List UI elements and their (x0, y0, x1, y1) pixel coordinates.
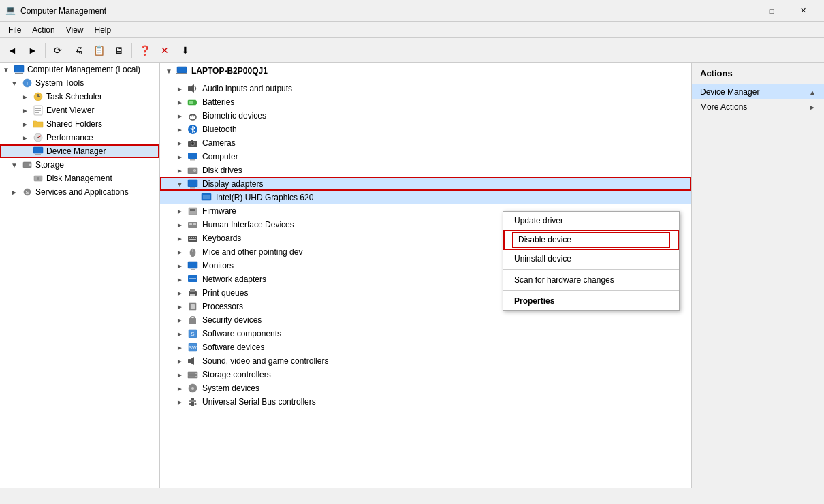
svg-point-78 (195, 376, 197, 377)
menu-bar: File Action View Help (0, 22, 824, 38)
toggle-performance: ► (22, 134, 33, 142)
tree-item-services[interactable]: ► S Services and Applications (0, 185, 159, 199)
ctx-properties[interactable]: Properties (503, 292, 679, 310)
menu-action[interactable]: Action (27, 24, 60, 36)
minimize-button[interactable]: — (725, 0, 756, 22)
toggle-biometric: ► (176, 112, 187, 120)
back-button[interactable]: ◄ (3, 41, 22, 60)
svg-rect-59 (191, 269, 195, 270)
svg-rect-82 (189, 400, 196, 402)
toggle-mice: ► (176, 249, 187, 256)
svg-rect-54 (195, 237, 196, 238)
device-audio[interactable]: ► Audio inputs and outputs (160, 82, 691, 95)
svg-rect-22 (177, 67, 187, 73)
tree-item-performance[interactable]: ► Performance (0, 131, 159, 144)
ctx-scan-changes[interactable]: Scan for hardware changes (503, 271, 679, 289)
device-display-adapters[interactable]: ▼ Display adapters (160, 177, 691, 191)
toggle-disk-drives: ► (176, 167, 187, 174)
device-biometric[interactable]: ► Biometric devices (160, 109, 691, 123)
tree-item-event-viewer[interactable]: ► Event Viewer (0, 104, 159, 117)
svg-text:T: T (26, 80, 29, 86)
svg-point-84 (195, 403, 197, 405)
icon-device-manager (33, 146, 44, 157)
icon-shared-folders (33, 119, 44, 129)
refresh-button[interactable]: ⟳ (48, 41, 67, 60)
device-software-devices[interactable]: ► SW Software devices (160, 341, 691, 354)
svg-rect-74 (188, 359, 191, 363)
right-panel: Actions Device Manager ▲ More Actions ► (691, 63, 824, 488)
properties-button[interactable]: 📋 (89, 41, 108, 60)
print-button[interactable]: 🖨 (69, 41, 88, 60)
device-security[interactable]: ► Security devices (160, 313, 691, 327)
device-system[interactable]: ► System devices (160, 381, 691, 395)
tree-item-device-manager[interactable]: Device Manager (0, 144, 159, 158)
device-storage-ctrl[interactable]: ► Storage controllers (160, 368, 691, 381)
download-button[interactable]: ⬇ (176, 41, 195, 60)
device-software-components[interactable]: ► S Software components (160, 327, 691, 341)
svg-rect-51 (189, 237, 190, 238)
tree-item-disk-management[interactable]: Disk Management (0, 172, 159, 185)
svg-rect-44 (190, 209, 195, 210)
status-bar (0, 488, 824, 504)
label-print: Print queues (202, 288, 248, 298)
device-computer[interactable]: ► Computer (160, 150, 691, 163)
device-bluetooth[interactable]: ► Bluetooth (160, 123, 691, 136)
icon-batteries (187, 97, 198, 108)
device-intel-uhd[interactable]: Intel(R) UHD Graphics 620 (160, 191, 691, 204)
svg-rect-55 (189, 239, 196, 240)
svg-rect-61 (189, 277, 196, 277)
menu-file[interactable]: File (3, 24, 27, 36)
ctx-disable-device[interactable]: Disable device (503, 230, 679, 250)
icon-performance (33, 132, 44, 143)
icon-sound (187, 356, 198, 366)
monitor-button[interactable]: 🖥 (110, 41, 129, 60)
label-software-components: Software components (202, 329, 281, 338)
action-device-manager-label: Device Manager (700, 87, 759, 97)
title-bar-controls: — □ ✕ (725, 0, 819, 22)
tree-item-task-scheduler[interactable]: ► Task Scheduler (0, 90, 159, 104)
tree-item-system-tools[interactable]: ▼ T System Tools (0, 76, 159, 90)
device-cameras[interactable]: ► Cameras (160, 136, 691, 150)
ctx-uninstall-device[interactable]: Uninstall device (503, 250, 679, 268)
label-monitors: Monitors (202, 261, 234, 270)
icon-processors (187, 301, 198, 312)
close-button[interactable]: ✕ (787, 0, 819, 22)
label-storage-ctrl: Storage controllers (202, 370, 271, 379)
device-usb[interactable]: ► Universal Serial Bus controllers (160, 395, 691, 409)
device-disk-drives[interactable]: ► Disk drives (160, 163, 691, 177)
action-device-manager[interactable]: Device Manager ▲ (692, 84, 824, 99)
icon-event-viewer (33, 105, 44, 116)
svg-point-19 (37, 177, 39, 180)
action-more-actions[interactable]: More Actions ► (692, 99, 824, 114)
svg-rect-45 (190, 210, 195, 211)
toggle-event-viewer: ► (22, 107, 33, 114)
help-button[interactable]: ❓ (135, 41, 154, 60)
label-batteries: Batteries (202, 97, 234, 107)
svg-rect-49 (193, 223, 196, 225)
tree-item-shared-folders[interactable]: ► Shared Folders (0, 117, 159, 131)
tree-label-event-viewer: Event Viewer (46, 106, 94, 115)
maximize-button[interactable]: □ (756, 0, 787, 22)
title-bar-title: Computer Management (20, 6, 106, 16)
svg-rect-23 (176, 73, 187, 74)
menu-help[interactable]: Help (89, 24, 117, 36)
label-hid: Human Interface Devices (202, 220, 294, 230)
forward-button[interactable]: ► (23, 41, 42, 60)
toggle-computer: ► (176, 153, 187, 161)
tree-label-task-scheduler: Task Scheduler (46, 92, 102, 101)
device-batteries[interactable]: ► Batteries (160, 95, 691, 109)
icon-system-tools: T (22, 78, 33, 89)
label-sound: Sound, video and game controllers (202, 356, 328, 366)
ctx-update-driver[interactable]: Update driver (503, 212, 679, 230)
icon-bluetooth (187, 124, 198, 135)
tree-item-computer-management[interactable]: ▼ Computer Management (Local) (0, 63, 159, 76)
action-more-actions-label: More Actions (700, 102, 747, 112)
label-firmware: Firmware (202, 206, 236, 216)
delete-button[interactable]: ✕ (155, 41, 174, 60)
menu-view[interactable]: View (61, 24, 89, 36)
device-sound[interactable]: ► Sound, video and game controllers (160, 354, 691, 368)
svg-rect-24 (188, 86, 191, 91)
tree-item-storage[interactable]: ▼ Storage (0, 158, 159, 172)
toggle-software-devices: ► (176, 344, 187, 351)
svg-text:S: S (25, 189, 29, 195)
